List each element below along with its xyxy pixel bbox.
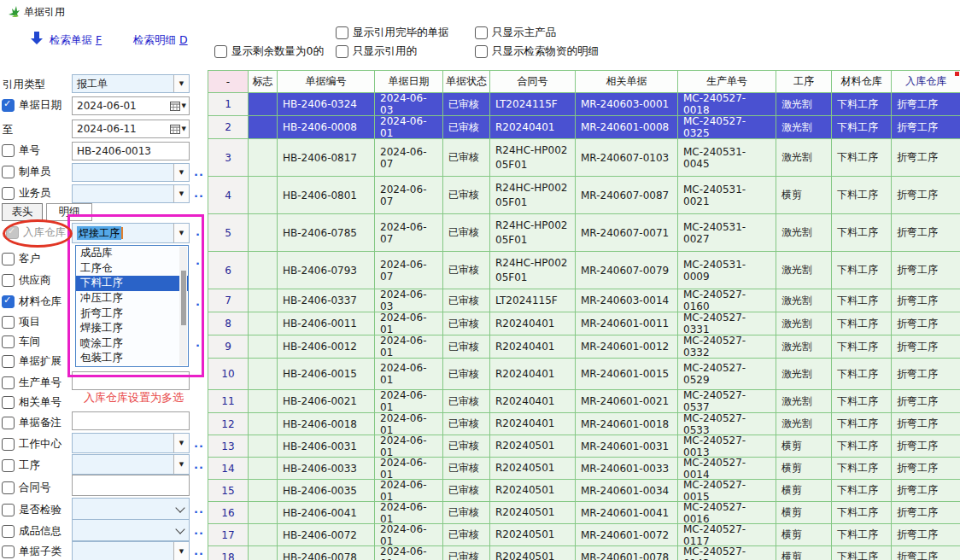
table-cell[interactable]: MC-240527-0533 <box>678 413 776 435</box>
table-cell[interactable]: 横剪 <box>776 435 832 458</box>
table-cell[interactable]: R20240501 <box>490 458 576 480</box>
table-cell[interactable]: 2024-06-01 <box>375 435 443 458</box>
table-cell[interactable]: 2024-06-01 <box>375 359 443 390</box>
table-cell[interactable]: 2024-06-01 <box>375 546 443 560</box>
table-cell[interactable]: 折弯工序 <box>892 458 960 480</box>
table-cell[interactable]: 下料工序 <box>832 312 892 335</box>
table-cell[interactable]: 2024-06-01 <box>375 502 443 524</box>
table-cell[interactable]: 下料工序 <box>832 390 892 413</box>
salesman-more-button[interactable]: .. <box>194 190 204 197</box>
table-cell[interactable]: 3 <box>208 139 249 177</box>
table-row[interactable]: 8HB-2406-00112024-06-01已审核R20240401MR-24… <box>208 312 960 335</box>
table-cell[interactable]: MC-240531-0021 <box>678 177 776 214</box>
table-cell[interactable]: 已审核 <box>443 524 490 546</box>
table-cell[interactable]: MC-240527-0143 <box>678 546 776 560</box>
table-cell[interactable]: 下料工序 <box>832 458 892 480</box>
doc-note-input[interactable] <box>72 411 190 430</box>
table-row[interactable]: 6HB-2406-07932024-06-07已审核R24HC-HP00205F… <box>208 252 960 289</box>
maker-checkbox-row[interactable]: 制单员 <box>2 165 51 179</box>
table-row[interactable]: 9HB-2406-00122024-06-01已审核R20240401MR-24… <box>208 335 960 359</box>
inspect-combobox[interactable] <box>72 498 190 520</box>
doc-subtype-combobox[interactable]: ▼ <box>72 541 190 560</box>
table-cell[interactable]: 已审核 <box>443 546 490 560</box>
table-cell[interactable]: MR-240601-0011 <box>576 312 678 335</box>
table-cell[interactable]: R20240501 <box>490 480 576 502</box>
table-row[interactable]: 1HB-2406-03242024-06-03已审核LT2024115FMR-2… <box>208 93 960 116</box>
table-cell[interactable]: 折弯工序 <box>892 177 960 214</box>
table-cell[interactable]: MC-240531-0027 <box>678 214 776 252</box>
checkbox[interactable] <box>2 187 15 200</box>
table-cell[interactable]: R20240501 <box>490 435 576 458</box>
checkbox[interactable] <box>336 45 348 58</box>
more-dot[interactable]: . <box>196 258 201 265</box>
table-cell[interactable]: 下料工序 <box>832 546 892 560</box>
checkbox[interactable] <box>2 438 15 451</box>
table-cell[interactable]: 已审核 <box>443 359 490 390</box>
table-row[interactable]: 5HB-2406-07852024-06-07已审核R24HC-HP00205F… <box>208 214 960 252</box>
table-cell[interactable]: 6 <box>208 252 249 289</box>
table-cell[interactable]: HB-2406-0793 <box>278 252 375 289</box>
dropdown-arrow-icon[interactable]: ▼ <box>173 224 189 242</box>
checkbox[interactable] <box>2 504 15 516</box>
more-dot[interactable]: . <box>196 340 201 347</box>
material-warehouse-checkbox-row[interactable]: 材料仓库 <box>2 295 61 309</box>
table-cell[interactable]: 下料工序 <box>832 335 892 359</box>
data-table[interactable]: -标志单据编号单据日期单据状态合同号相关单据生产单号工序材料仓库入库仓库1HB-… <box>208 70 960 560</box>
table-row[interactable]: 16HB-2406-00412024-06-01已审核R20240501MR-2… <box>208 502 960 524</box>
dropdown-item[interactable]: 包装工序 <box>76 351 188 366</box>
table-cell[interactable]: MC-240527-0537 <box>678 390 776 413</box>
table-cell[interactable]: 折弯工序 <box>892 502 960 524</box>
table-cell[interactable]: MR-240601-0008 <box>576 116 678 139</box>
table-cell[interactable]: 11 <box>208 390 249 413</box>
column-header[interactable]: 单据状态 <box>443 71 490 93</box>
table-cell[interactable]: 2024-06-01 <box>375 335 443 359</box>
table-cell[interactable]: 已审核 <box>443 458 490 480</box>
table-cell[interactable]: MC-240527-0016 <box>678 502 776 524</box>
warehouse-dropdown-list[interactable]: 成品库工序仓下料工序冲压工序折弯工序焊接工序喷涂工序包装工序 <box>75 245 189 367</box>
process-combobox[interactable]: ▼ <box>72 454 190 475</box>
date-to-input[interactable]: 2024-06-11 ▼ <box>72 120 190 138</box>
dropdown-arrow-icon[interactable]: ▼ <box>173 434 189 452</box>
table-cell[interactable]: 8 <box>208 312 249 335</box>
table-cell[interactable]: 9 <box>208 335 249 359</box>
table-cell[interactable] <box>249 458 278 480</box>
column-header[interactable]: 生产单号 <box>678 71 776 93</box>
table-cell[interactable]: 2024-06-01 <box>375 312 443 335</box>
table-cell[interactable]: MC-240527-0014 <box>678 458 776 480</box>
table-cell[interactable]: 折弯工序 <box>892 480 960 502</box>
table-cell[interactable]: 已审核 <box>443 390 490 413</box>
table-cell[interactable]: 7 <box>208 289 249 312</box>
table-cell[interactable]: 激光割 <box>776 359 832 390</box>
table-cell[interactable]: MR-240601-0072 <box>576 524 678 546</box>
table-cell[interactable]: HB-2406-0012 <box>278 335 375 359</box>
checkbox[interactable] <box>214 45 227 58</box>
table-cell[interactable] <box>249 359 278 390</box>
tab-header[interactable]: 表头 <box>2 203 43 221</box>
table-cell[interactable]: HB-2406-0072 <box>278 524 375 546</box>
execute-down-arrow-icon[interactable] <box>31 31 43 45</box>
inspect-checkbox-row[interactable]: 是否检验 <box>2 503 61 517</box>
warehouse-in-combobox[interactable]: 焊接工序 ▼ <box>72 223 190 243</box>
table-cell[interactable]: 折弯工序 <box>892 214 960 252</box>
table-cell[interactable]: R24HC-HP00205F01 <box>490 214 576 252</box>
table-cell[interactable]: 下料工序 <box>832 413 892 435</box>
table-cell[interactable] <box>249 214 278 252</box>
dropdown-item[interactable]: 折弯工序 <box>76 306 188 321</box>
table-cell[interactable]: HB-2406-0041 <box>278 502 375 524</box>
checkbox[interactable] <box>2 335 15 348</box>
checkbox[interactable] <box>2 545 15 558</box>
table-cell[interactable]: 折弯工序 <box>892 335 960 359</box>
table-cell[interactable]: 下料工序 <box>832 93 892 116</box>
contract-no-input[interactable] <box>72 475 190 496</box>
checkbox[interactable] <box>2 376 15 389</box>
table-cell[interactable]: R24HC-HP00205F01 <box>490 252 576 289</box>
checkbox-only-searched-materials[interactable]: 只显示检索物资的明细 <box>475 44 599 59</box>
table-cell[interactable]: 折弯工序 <box>892 413 960 435</box>
table-cell[interactable]: R20240401 <box>490 359 576 390</box>
table-cell[interactable]: 2024-06-01 <box>375 480 443 502</box>
salesman-combobox[interactable]: ▼ <box>72 184 190 203</box>
table-cell[interactable]: 已审核 <box>443 214 490 252</box>
table-cell[interactable]: HB-2406-0008 <box>278 116 375 139</box>
table-cell[interactable]: HB-2406-0078 <box>278 546 375 560</box>
column-header[interactable]: 工序 <box>776 71 832 93</box>
